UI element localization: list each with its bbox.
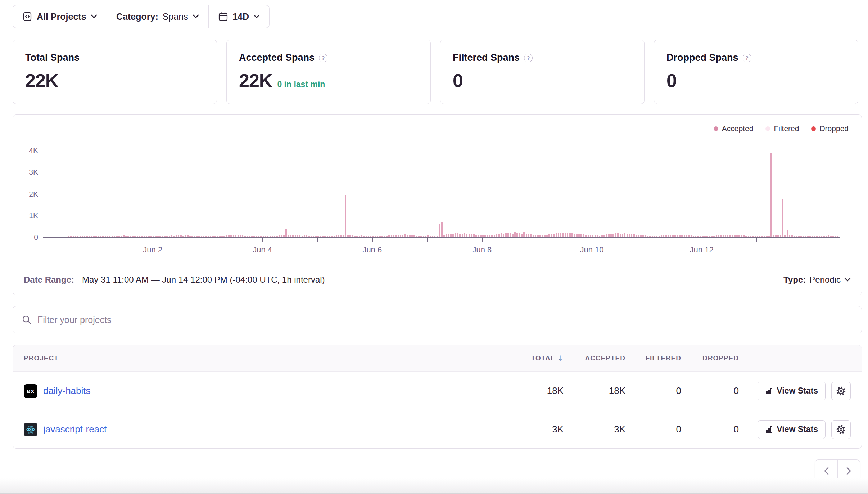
stat-title: Total Spans: [25, 52, 80, 63]
accepted-bar: [624, 233, 625, 237]
chevron-right-icon: [846, 467, 852, 475]
chevron-down-icon: [253, 14, 260, 19]
chevron-down-icon: [193, 14, 199, 19]
view-stats-button[interactable]: View Stats: [758, 382, 826, 400]
chart-legend: Accepted Filtered Dropped: [714, 124, 849, 133]
stat-title: Dropped Spans: [666, 52, 738, 63]
cell-dropped: 0: [687, 410, 739, 449]
x-axis-tick: [702, 238, 702, 242]
x-axis-label: Jun 8: [472, 245, 492, 255]
accepted-bar: [571, 233, 573, 237]
project-link[interactable]: daily-habits: [43, 385, 91, 396]
accepted-bar: [496, 234, 497, 237]
x-axis-tick: [647, 238, 647, 242]
cell-filtered: 0: [629, 372, 681, 410]
category-value: Spans: [163, 12, 188, 22]
accepted-bar: [556, 233, 557, 237]
type-dropdown[interactable]: Type: Periodic: [783, 275, 851, 285]
x-axis-tick: [812, 238, 812, 242]
header-dropped[interactable]: DROPPED: [687, 345, 739, 371]
x-axis-label: Jun 4: [253, 245, 272, 255]
gear-icon: [836, 425, 846, 435]
accepted-bar: [553, 234, 555, 237]
x-axis-tick: [98, 238, 99, 242]
window-bottom-strip: [0, 478, 868, 494]
filter-bar: All Projects Category: Spans 14D: [13, 5, 270, 28]
accepted-bar: [576, 234, 578, 237]
header-filtered[interactable]: FILTERED: [629, 345, 681, 371]
date-range-row: Date Range: May 31 11:00 AM — Jun 14 12:…: [13, 264, 862, 295]
chevron-down-icon: [91, 14, 97, 19]
accepted-bar: [507, 233, 509, 237]
accepted-bar: [514, 232, 516, 237]
project-settings-button[interactable]: [831, 382, 851, 400]
help-icon[interactable]: ?: [743, 54, 751, 62]
bar-chart-icon: [765, 426, 773, 434]
projects-table: PROJECT TOTAL ↓ ACCEPTED FILTERED DROPPE…: [13, 345, 862, 449]
stat-last-min: 0 in last min: [277, 80, 325, 89]
cell-dropped: 0: [687, 372, 739, 410]
date-range-label: Date Range:: [24, 275, 74, 285]
accepted-bar: [345, 195, 346, 237]
accepted-bar: [627, 234, 628, 237]
y-axis-tick: 1K: [16, 212, 38, 219]
chevron-down-icon: [844, 278, 851, 282]
project-link[interactable]: javascript-react: [43, 424, 107, 435]
header-total[interactable]: TOTAL ↓: [510, 345, 564, 371]
accepted-bar: [466, 234, 467, 237]
accepted-bar: [464, 233, 465, 237]
header-project[interactable]: PROJECT: [24, 345, 59, 371]
search-input[interactable]: [37, 315, 853, 325]
accepted-bar: [629, 234, 630, 237]
accepted-bar: [448, 234, 449, 237]
accepted-bar: [501, 233, 502, 237]
stat-cards-row: Total Spans 22K Accepted Spans ? 22K 0 i…: [13, 40, 858, 103]
x-axis-tick: [592, 238, 593, 242]
x-axis-tick: [153, 238, 153, 242]
accepted-bar: [578, 234, 580, 237]
accepted-bar: [471, 234, 472, 237]
project-filter-dropdown[interactable]: All Projects: [13, 5, 107, 28]
accepted-bar: [617, 233, 619, 237]
accepted-bar: [622, 234, 623, 237]
accepted-bar: [782, 199, 783, 237]
accepted-bar: [450, 234, 452, 237]
category-dropdown[interactable]: Category: Spans: [107, 5, 208, 28]
accepted-bar: [455, 233, 456, 237]
accepted-bar: [469, 234, 470, 237]
accepted-bar: [569, 233, 571, 237]
x-axis-tick: [537, 238, 538, 242]
accepted-bar: [551, 234, 552, 237]
view-stats-button[interactable]: View Stats: [758, 420, 826, 439]
gear-icon: [836, 386, 846, 396]
accepted-bar: [562, 233, 564, 237]
projects-icon: [22, 12, 32, 22]
x-axis-line: [43, 237, 840, 238]
help-icon[interactable]: ?: [319, 54, 327, 62]
category-label: Category:: [116, 12, 158, 22]
date-range-dropdown[interactable]: 14D: [209, 5, 269, 28]
date-range-value-text: May 31 11:00 AM — Jun 14 12:00 PM (-04:0…: [82, 275, 325, 285]
table-row: javascript-react 3K 3K 0 0 View Stats: [13, 410, 862, 448]
legend-filtered[interactable]: Filtered: [765, 124, 799, 133]
legend-dropped[interactable]: Dropped: [811, 124, 849, 133]
calendar-icon: [218, 12, 228, 22]
project-settings-button[interactable]: [831, 420, 851, 439]
x-axis-tick: [482, 238, 483, 242]
accepted-bar: [516, 233, 518, 237]
stat-card-accepted: Accepted Spans ? 22K 0 in last min: [226, 40, 431, 104]
accepted-bar: [510, 233, 511, 237]
accepted-bar: [285, 229, 287, 237]
accepted-bar: [521, 234, 523, 237]
project-search-card: [13, 306, 862, 333]
header-accepted[interactable]: ACCEPTED: [571, 345, 625, 371]
stat-title: Filtered Spans: [453, 52, 520, 63]
accepted-bar: [441, 222, 443, 237]
accepted-bar: [610, 234, 612, 237]
accepted-bar: [446, 234, 447, 237]
help-icon[interactable]: ?: [524, 54, 533, 62]
accepted-bar: [606, 234, 607, 237]
legend-accepted[interactable]: Accepted: [714, 124, 754, 133]
stat-value: 0: [453, 70, 463, 91]
accepted-bar: [459, 234, 461, 237]
